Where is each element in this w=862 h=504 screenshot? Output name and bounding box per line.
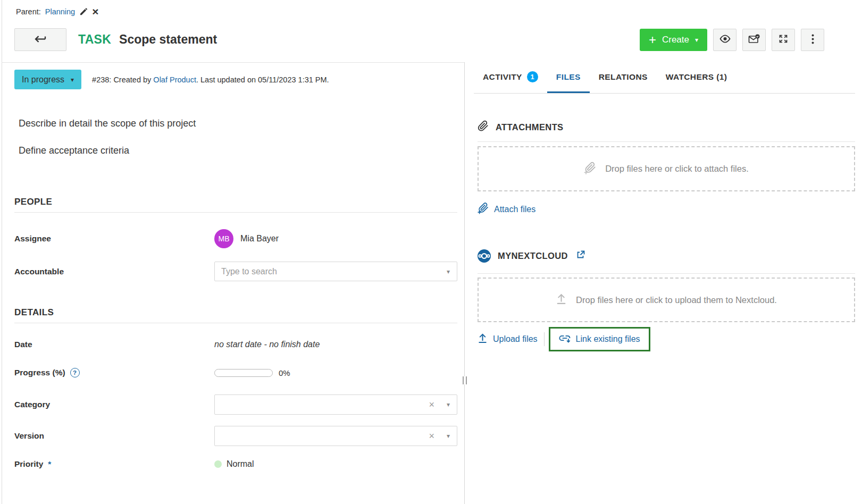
paperclip-plus-icon	[478, 202, 489, 216]
tab-activity[interactable]: ACTIVITY 1	[474, 62, 547, 93]
back-button[interactable]	[14, 28, 66, 51]
tab-label: WATCHERS (1)	[666, 72, 727, 82]
link-existing-files-link[interactable]: Link existing files	[576, 334, 640, 344]
upload-files-link[interactable]: Upload files	[493, 334, 538, 344]
category-label: Category	[14, 400, 214, 409]
nextcloud-logo-icon	[478, 249, 491, 263]
header-divider	[2, 62, 464, 63]
notification-settings-button[interactable]	[742, 29, 766, 51]
priority-color-dot	[214, 460, 222, 468]
version-row: Version × ▾	[14, 426, 457, 446]
category-row: Category × ▾	[14, 394, 457, 415]
work-package-meta: #238: Created by Olaf Product. Last upda…	[92, 75, 329, 84]
header-actions: + Create ▾	[640, 29, 824, 51]
priority-value[interactable]: Normal	[214, 459, 254, 469]
assignee-row: Assignee MB Mia Bayer	[14, 229, 457, 248]
status-button[interactable]: In progress ▾	[14, 70, 81, 89]
tab-watchers[interactable]: WATCHERS (1)	[657, 62, 737, 93]
upload-icon	[478, 333, 488, 346]
date-row: Date no start date - no finish date	[14, 339, 457, 350]
watch-button[interactable]	[713, 29, 737, 51]
description-line: Define acceptance criteria	[19, 145, 196, 156]
date-value[interactable]: no start date - no finish date	[214, 340, 320, 349]
author-link[interactable]: Olaf Product	[153, 75, 196, 84]
tab-files[interactable]: FILES	[547, 62, 590, 93]
create-button-label: Create	[662, 35, 689, 45]
attach-files-link[interactable]: Attach files	[494, 205, 535, 214]
description-line: Describe in detail the scope of this pro…	[19, 118, 196, 129]
page-title[interactable]: Scope statement	[119, 32, 217, 47]
nextcloud-dropzone[interactable]: Drop files here or click to upload them …	[478, 278, 855, 322]
section-divider	[478, 273, 855, 274]
upload-files-action[interactable]: Upload files	[478, 333, 538, 346]
chevron-down-icon[interactable]: ▾	[447, 432, 450, 440]
avatar: MB	[214, 229, 233, 248]
progress-percent: 0%	[279, 368, 290, 377]
progress-value[interactable]: 0%	[214, 368, 290, 377]
nextcloud-header: MYNEXTCLOUD	[478, 249, 855, 263]
activity-count-badge: 1	[527, 71, 538, 82]
clear-icon[interactable]: ×	[429, 400, 434, 409]
accountable-row: Accountable ▾	[14, 262, 457, 281]
accountable-select[interactable]: ▾	[214, 262, 457, 281]
status-label: In progress	[22, 75, 64, 85]
parent-link[interactable]: Planning	[45, 7, 75, 16]
attachments-header: ATTACHMENTS	[478, 120, 855, 134]
accountable-input[interactable]	[215, 262, 457, 281]
chevron-down-icon: ▾	[71, 77, 74, 83]
progress-bar	[214, 369, 273, 377]
nextcloud-dropzone-text: Drop files here or click to upload them …	[576, 295, 777, 305]
more-menu-button[interactable]	[801, 29, 824, 51]
meta-prefix: #238: Created by	[92, 75, 153, 84]
action-separator	[544, 332, 545, 346]
attachments-dropzone[interactable]: Drop files here or click to attach files…	[478, 146, 855, 191]
version-label: Version	[14, 431, 214, 441]
fullscreen-button[interactable]	[772, 29, 795, 51]
external-link-icon[interactable]	[576, 250, 585, 262]
remove-parent-icon[interactable]: ×	[92, 7, 98, 16]
pane-resize-handle[interactable]	[463, 376, 467, 384]
attachments-dropzone-text: Drop files here or click to attach files…	[605, 164, 749, 174]
link-existing-files-action[interactable]: Link existing files	[549, 327, 650, 351]
chevron-down-icon: ▾	[695, 37, 698, 43]
description-field[interactable]: Describe in detail the scope of this pro…	[19, 118, 196, 156]
progress-label: Progress (%)	[14, 368, 65, 377]
help-icon[interactable]: ?	[70, 368, 80, 377]
attach-files-action[interactable]: Attach files	[478, 202, 855, 216]
work-package-type[interactable]: TASK	[78, 32, 111, 47]
clear-icon[interactable]: ×	[429, 431, 434, 441]
progress-row: Progress (%) ? 0%	[14, 366, 457, 379]
mail-check-icon	[748, 34, 760, 46]
tab-relations[interactable]: RELATIONS	[590, 62, 657, 93]
category-select[interactable]: × ▾	[214, 394, 457, 415]
chevron-down-icon[interactable]: ▾	[447, 401, 450, 408]
parent-label: Parent:	[16, 7, 41, 16]
priority-row: Priority * Normal	[14, 458, 457, 471]
priority-name: Normal	[227, 459, 254, 469]
accountable-label: Accountable	[14, 267, 214, 276]
details-side-panel: ACTIVITY 1 FILES RELATIONS WATCHERS (1)	[464, 62, 862, 504]
section-divider	[478, 141, 855, 142]
create-button[interactable]: + Create ▾	[640, 29, 707, 51]
chevron-down-icon[interactable]: ▾	[447, 268, 450, 275]
kebab-menu-icon	[811, 34, 814, 46]
people-heading: PEOPLE	[14, 197, 457, 213]
assignee-name: Mia Bayer	[240, 234, 279, 243]
edit-parent-icon[interactable]	[79, 7, 88, 16]
assignee-value[interactable]: MB Mia Bayer	[214, 229, 279, 248]
paperclip-plus-icon	[584, 162, 596, 177]
paperclip-icon	[478, 120, 489, 134]
details-heading: DETAILS	[14, 307, 457, 323]
eye-icon	[719, 35, 731, 45]
version-select[interactable]: × ▾	[214, 426, 457, 446]
nextcloud-heading: MYNEXTCLOUD	[498, 251, 568, 261]
tab-label: RELATIONS	[599, 72, 648, 82]
upload-icon	[556, 293, 567, 307]
back-arrow-icon	[34, 35, 47, 45]
nextcloud-actions: Upload files Link existing files	[478, 327, 855, 351]
fullscreen-icon	[779, 34, 788, 45]
work-package-detail-view: Parent: Planning × TASK Scope statement …	[0, 0, 862, 504]
attachments-heading: ATTACHMENTS	[496, 122, 564, 132]
people-section: PEOPLE Assignee MB Mia Bayer Accountable…	[14, 197, 457, 281]
tab-label: ACTIVITY	[483, 72, 522, 82]
